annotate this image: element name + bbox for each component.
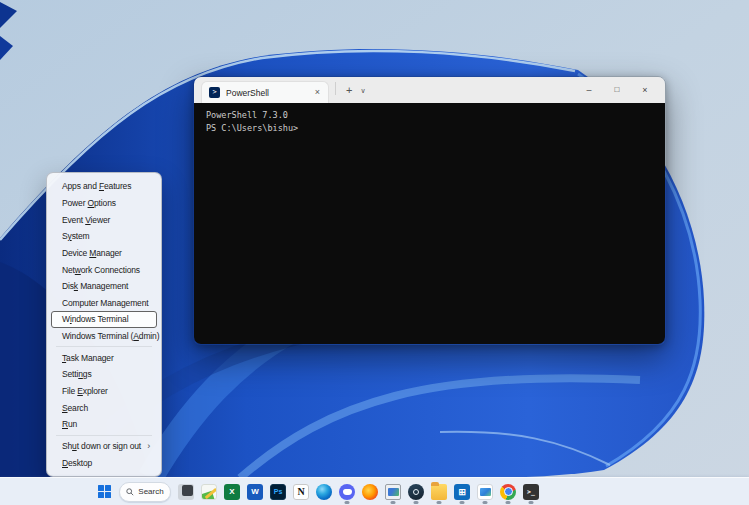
menu-item-label: Network Connections — [62, 265, 154, 275]
menu-item-label: Apps and Features — [62, 181, 154, 191]
media-player-icon — [385, 484, 401, 500]
menu-item-label: Computer Management — [62, 298, 154, 308]
close-button[interactable]: × — [631, 77, 659, 103]
excel-icon: X — [224, 484, 240, 500]
notion-icon: N — [293, 484, 309, 500]
menu-item-desktop[interactable]: Desktop — [51, 454, 157, 471]
menu-item-task-manager[interactable]: Task Manager — [51, 349, 157, 366]
taskbar-icon-greenshot[interactable] — [199, 480, 219, 504]
minimize-button[interactable]: – — [575, 77, 603, 103]
tab-title: PowerShell — [226, 88, 314, 98]
maximize-button[interactable]: □ — [603, 77, 631, 103]
terminal-titlebar[interactable]: > PowerShell × + ∨ – □ × — [194, 77, 665, 103]
running-indicator — [483, 501, 488, 504]
taskbar-icon-photoshop[interactable]: Ps — [268, 480, 288, 504]
taskbar-icon-app-window[interactable] — [176, 480, 196, 504]
running-indicator — [460, 501, 465, 504]
file-explorer-icon — [431, 484, 447, 500]
photoshop-icon: Ps — [270, 484, 286, 500]
firefox-icon — [362, 484, 378, 500]
menu-item-file-explorer[interactable]: File Explorer — [51, 383, 157, 400]
menu-separator — [56, 346, 152, 347]
terminal-line: PowerShell 7.3.0 — [206, 109, 653, 122]
tab-separator — [335, 82, 336, 95]
taskbar-icon-media-player[interactable] — [383, 480, 403, 504]
terminal-line: PS C:\Users\bishu> — [206, 122, 653, 135]
submenu-chevron-icon: › — [147, 441, 154, 451]
taskbar-icon-firefox[interactable] — [360, 480, 380, 504]
menu-item-computer-management[interactable]: Computer Management — [51, 294, 157, 311]
start-button[interactable] — [94, 480, 114, 504]
greenshot-icon — [201, 484, 217, 500]
tab-dropdown-button[interactable]: ∨ — [356, 85, 369, 96]
powershell-icon: > — [209, 87, 220, 98]
taskbar-icon-discord[interactable] — [337, 480, 357, 504]
running-indicator — [437, 501, 442, 504]
menu-item-label: Run — [62, 419, 154, 429]
new-tab-button[interactable]: + — [342, 83, 356, 98]
menu-item-network-connections[interactable]: Network Connections — [51, 261, 157, 278]
photos-icon — [477, 484, 493, 500]
edge-icon — [316, 484, 332, 500]
menu-item-label: System — [62, 231, 154, 241]
menu-separator — [56, 435, 152, 436]
microsoft-store-icon: ⊞ — [454, 484, 470, 500]
word-icon: W — [247, 484, 263, 500]
taskbar-icon-microsoft-store[interactable]: ⊞ — [452, 480, 472, 504]
menu-item-run[interactable]: Run — [51, 416, 157, 433]
running-indicator — [414, 501, 419, 504]
menu-item-settings[interactable]: Settings — [51, 366, 157, 383]
menu-item-apps-and-features[interactable]: Apps and Features — [51, 178, 157, 195]
menu-item-windows-terminal-admin[interactable]: Windows Terminal (Admin) — [51, 328, 157, 345]
menu-item-label: Windows Terminal — [62, 314, 154, 324]
winx-context-menu: Apps and FeaturesPower OptionsEvent View… — [46, 172, 162, 477]
menu-item-label: Search — [62, 403, 154, 413]
app-window-icon — [178, 484, 194, 500]
menu-item-power-options[interactable]: Power Options — [51, 195, 157, 212]
menu-item-label: Shut down or sign out — [62, 441, 147, 451]
windows-logo-icon — [98, 485, 111, 498]
menu-item-disk-management[interactable]: Disk Management — [51, 278, 157, 295]
taskbar-search[interactable]: Search — [119, 482, 171, 502]
menu-item-label: Power Options — [62, 198, 154, 208]
taskbar-icon-photos[interactable] — [475, 480, 495, 504]
menu-item-label: Windows Terminal (Admin) — [62, 331, 159, 341]
menu-item-device-manager[interactable]: Device Manager — [51, 245, 157, 262]
menu-item-windows-terminal[interactable]: Windows Terminal — [51, 311, 157, 328]
menu-item-label: Event Viewer — [62, 215, 154, 225]
chrome-icon — [500, 484, 516, 500]
taskbar-icon-notion[interactable]: N — [291, 480, 311, 504]
taskbar: Search XWPsN⊞>_ — [0, 477, 749, 505]
taskbar-icon-terminal[interactable]: >_ — [521, 480, 541, 504]
taskbar-icon-word[interactable]: W — [245, 480, 265, 504]
terminal-window: > PowerShell × + ∨ – □ × PowerShell 7.3.… — [193, 76, 666, 345]
terminal-output[interactable]: PowerShell 7.3.0PS C:\Users\bishu> — [194, 103, 665, 344]
menu-item-event-viewer[interactable]: Event Viewer — [51, 211, 157, 228]
menu-item-label: Disk Management — [62, 281, 154, 291]
running-indicator — [529, 501, 534, 504]
discord-icon — [339, 484, 355, 500]
running-indicator — [391, 501, 396, 504]
menu-item-label: Settings — [62, 369, 154, 379]
running-indicator — [506, 501, 511, 504]
menu-item-label: Device Manager — [62, 248, 154, 258]
terminal-icon: >_ — [523, 484, 539, 500]
taskbar-icon-excel[interactable]: X — [222, 480, 242, 504]
menu-item-label: Desktop — [62, 458, 154, 468]
steam-icon — [408, 484, 424, 500]
tab-close-button[interactable]: × — [314, 88, 321, 97]
search-icon — [126, 488, 134, 496]
taskbar-icon-edge[interactable] — [314, 480, 334, 504]
menu-item-search[interactable]: Search — [51, 399, 157, 416]
menu-item-system[interactable]: System — [51, 228, 157, 245]
taskbar-icon-chrome[interactable] — [498, 480, 518, 504]
terminal-tab-powershell[interactable]: > PowerShell × — [201, 81, 329, 103]
menu-item-shut-down-or-sign-out[interactable]: Shut down or sign out› — [51, 438, 157, 455]
running-indicator — [345, 501, 350, 504]
menu-item-label: File Explorer — [62, 386, 154, 396]
menu-item-label: Task Manager — [62, 353, 154, 363]
taskbar-icon-steam[interactable] — [406, 480, 426, 504]
taskbar-icon-file-explorer[interactable] — [429, 480, 449, 504]
search-label: Search — [138, 487, 163, 496]
